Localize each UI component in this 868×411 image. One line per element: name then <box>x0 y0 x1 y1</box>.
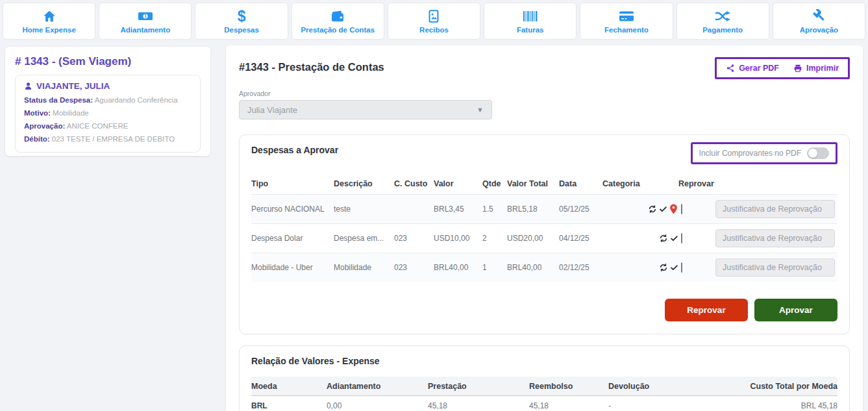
expenses-section-title: Despesas a Aprovar <box>251 145 338 155</box>
justification-input[interactable] <box>715 258 835 277</box>
col-descricao: Descrição <box>334 179 394 188</box>
values-table: Moeda Adiantamento Prestação Reembolso D… <box>251 377 837 411</box>
cell-reembolso: 45,18 <box>529 401 608 410</box>
include-receipts-highlight-box: Incluir Comprovantes no PDF <box>691 142 837 164</box>
reject-button[interactable]: Reprovar <box>665 299 748 321</box>
approver-label: Aprovador <box>239 90 850 97</box>
cell-descricao: Mobilidade <box>334 263 394 272</box>
barcode-icon <box>522 8 539 24</box>
wallet-icon <box>330 8 345 24</box>
reject-checkbox[interactable] <box>681 262 682 273</box>
field-label: Aprovação: <box>24 122 65 130</box>
expenses-table: Tipo Descrição C. Custo Valor Qtde Valor… <box>251 173 837 282</box>
values-table-header: Moeda Adiantamento Prestação Reembolso D… <box>251 377 837 396</box>
field-label: Débito: <box>24 135 50 143</box>
nav-item-label: Adiantamento <box>120 26 170 34</box>
expense-row: Mobilidade - Uber Mobilidade 023 BRL40,0… <box>251 253 837 282</box>
cell-descricao: Despesa em... <box>334 234 394 243</box>
receipt-image-icon <box>427 8 441 24</box>
cell-valor-total: BRL5,18 <box>507 205 559 214</box>
expense-id-title: # 1343 - (Sem Viagem) <box>15 55 201 68</box>
approver-select[interactable]: Julia Viajante ▼ <box>239 100 492 119</box>
sync-icon[interactable] <box>659 263 668 272</box>
cell-moeda: BRL <box>251 401 327 410</box>
nav-item-aprovacao[interactable]: Aprovação <box>773 3 865 40</box>
cell-qtde: 1.5 <box>482 205 507 214</box>
cell-c-custo: 023 <box>394 263 434 272</box>
include-receipts-toggle[interactable] <box>807 147 829 159</box>
col-qtde: Qtde <box>482 179 507 188</box>
reject-checkbox[interactable] <box>681 233 682 243</box>
chevron-down-icon: ▼ <box>477 106 484 114</box>
cell-devolucao: - <box>608 401 706 410</box>
cell-tipo: Mobilidade - Uber <box>251 263 334 272</box>
nav-item-recibos[interactable]: Recibos <box>388 3 480 40</box>
main-panel: #1343 - Prestação de Contas Gerar PDF Im… <box>226 45 863 411</box>
cell-c-custo: 023 <box>394 234 434 243</box>
expense-row: Despesa Dolar Despesa em... 023 USD10,00… <box>251 223 837 253</box>
field-value: ANICE CONFERE <box>67 122 129 130</box>
cell-valor: BRL40,00 <box>434 263 482 272</box>
home-icon <box>42 8 57 24</box>
expenses-to-approve-section: Despesas a Aprovar Incluir Comprovantes … <box>239 134 850 334</box>
col-custo-total: Custo Total por Moeda <box>706 382 837 391</box>
values-section-title: Relação de Valores - Expense <box>251 356 837 366</box>
nav-item-fechamento[interactable]: Fechamento <box>580 3 673 40</box>
cell-qtde: 1 <box>482 263 507 272</box>
cell-valor: USD10,00 <box>434 234 482 243</box>
print-label: Imprimir <box>806 64 839 73</box>
cell-valor: BRL3,45 <box>434 205 482 214</box>
top-navigation: Home Expense 1 Adiantamento $ Despesas P… <box>3 3 865 40</box>
cell-prestacao: 45,18 <box>428 401 529 410</box>
nav-item-label: Despesas <box>224 26 259 34</box>
col-moeda: Moeda <box>251 382 327 391</box>
print-button[interactable]: Imprimir <box>793 64 839 73</box>
generate-pdf-button[interactable]: Gerar PDF <box>726 64 779 73</box>
cell-qtde: 2 <box>482 234 507 243</box>
shuffle-icon <box>714 8 731 24</box>
cell-valor-total: USD20,00 <box>507 234 559 243</box>
field-value: 023 TESTE / EMPRESA DE DEBITO <box>52 135 175 143</box>
cell-valor-total: BRL40,00 <box>507 263 559 272</box>
nav-item-label: Home Expense <box>22 26 75 34</box>
col-reembolso: Reembolso <box>529 382 608 391</box>
justification-input[interactable] <box>715 229 835 247</box>
col-valor: Valor <box>434 179 482 188</box>
check-icon[interactable] <box>659 205 667 214</box>
nav-item-faturas[interactable]: Faturas <box>484 3 577 40</box>
nav-item-label: Aprovação <box>800 26 838 34</box>
justification-input[interactable] <box>715 200 835 218</box>
nav-item-pagamento[interactable]: Pagamento <box>676 3 769 40</box>
pdf-print-highlight-box: Gerar PDF Imprimir <box>715 57 850 79</box>
nav-item-despesas[interactable]: $ Despesas <box>195 3 288 40</box>
expense-summary-card: # 1343 - (Sem Viagem) VIAJANTE, JULIA St… <box>5 47 210 156</box>
sync-icon[interactable] <box>659 234 668 243</box>
field-label: Status da Despesa: <box>24 96 93 104</box>
check-icon[interactable] <box>670 234 678 243</box>
nav-item-adiantamento[interactable]: 1 Adiantamento <box>99 3 192 40</box>
reject-checkbox[interactable] <box>681 204 682 214</box>
sync-icon[interactable] <box>648 205 657 214</box>
cell-tipo: Percurso NACIONAL <box>251 205 334 214</box>
values-row: BRL 0,00 45,18 45,18 - BRL 45,18 <box>251 396 837 411</box>
nav-item-label: Fechamento <box>604 26 649 34</box>
gavel-icon <box>811 8 826 24</box>
cell-custo-total: BRL 45,18 <box>706 401 837 410</box>
map-pin-icon[interactable] <box>669 204 678 214</box>
nav-item-home-expense[interactable]: Home Expense <box>3 3 95 40</box>
approve-button[interactable]: Aprovar <box>754 299 837 321</box>
traveler-name: VIAJANTE, JULIA <box>36 81 110 91</box>
col-categoria: Categoria <box>602 179 648 188</box>
page-title: #1343 - Prestação de Contas <box>239 57 384 73</box>
col-adiantamento: Adiantamento <box>327 382 428 391</box>
nav-item-prestacao-de-contas[interactable]: Prestação de Contas <box>291 3 384 40</box>
share-icon <box>726 64 735 73</box>
field-value: Mobilidade <box>53 109 89 117</box>
field-value: Aguardando Conferência <box>95 96 178 104</box>
cell-data: 02/12/25 <box>559 263 602 272</box>
col-devolucao: Devolução <box>608 382 706 391</box>
cell-adiantamento: 0,00 <box>327 401 428 410</box>
nav-item-label: Pagamento <box>702 26 743 34</box>
check-icon[interactable] <box>670 264 678 272</box>
dollar-icon: $ <box>238 8 246 24</box>
